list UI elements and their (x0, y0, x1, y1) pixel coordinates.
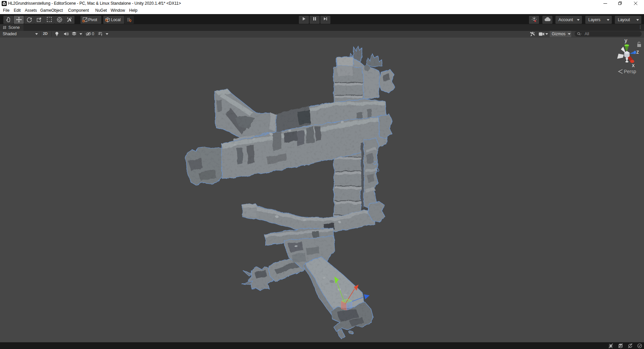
svg-text:y: y (625, 38, 627, 43)
svg-text:x: x (632, 62, 635, 68)
svg-text:z: z (636, 49, 639, 55)
svg-text:Persp: Persp (624, 69, 636, 74)
